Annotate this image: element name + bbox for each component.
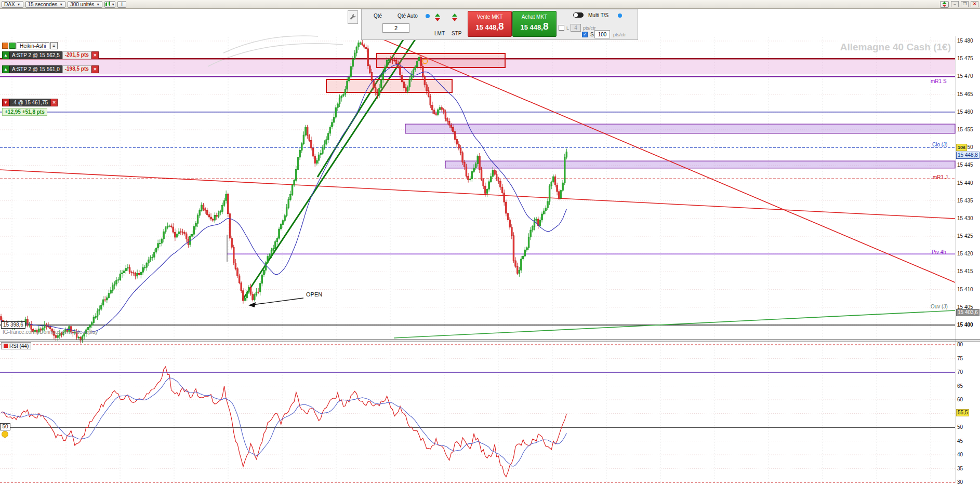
price-tick: 15 480 <box>957 38 973 44</box>
stop-points-input[interactable] <box>594 30 610 38</box>
rsi-tick: 70 <box>957 369 963 375</box>
stop-label: S <box>590 32 594 37</box>
rsi-tick: 75 <box>957 356 963 361</box>
indicator-color-icon <box>4 344 8 348</box>
rsi-tick: 40 <box>957 452 963 457</box>
price-tick: 15 430 <box>957 215 973 221</box>
chart-style-button[interactable]: Heikin-Ashi <box>17 42 49 49</box>
level-label-clo: Clo (J) <box>932 142 947 147</box>
limit-points-input[interactable] <box>571 24 581 32</box>
qty-auto-label[interactable]: Qté Auto <box>398 13 418 19</box>
price-axis[interactable]: 10s 15 448,8 15 403,6 55,5 15 48015 4751… <box>957 0 980 487</box>
last-price-chip: 15 448,8 <box>956 152 979 159</box>
limit-unit: pts/ctr <box>583 25 596 31</box>
multi-ts-label: Multi T/S <box>588 12 608 18</box>
price-tick: 15 455 <box>957 127 973 132</box>
chevron-down-icon: ▼ <box>17 3 21 6</box>
order-settings-button[interactable] <box>348 10 358 24</box>
multi-ts-toggle[interactable] <box>573 12 584 18</box>
rsi-value-chip: 55,5 <box>956 409 969 416</box>
price-tick: 15 465 <box>957 91 973 97</box>
chevron-down-icon: ▼ <box>96 3 100 6</box>
instrument-watermark: Allemagne 40 Cash (1€) <box>779 42 951 53</box>
position-arrow-icon: ▼ <box>2 99 9 106</box>
lmt-label[interactable]: LMT <box>434 31 445 36</box>
countdown-chip: 10s <box>956 144 967 151</box>
price-tick: 15 425 <box>957 233 973 239</box>
price-tick: 15 460 <box>957 109 973 115</box>
rsi-tick: 50 <box>957 424 963 430</box>
rsi-tick: 45 <box>957 438 963 444</box>
cancel-order-button[interactable]: ✕ <box>91 65 99 73</box>
units-select[interactable]: 300 unités▼ <box>68 1 102 8</box>
chart-color-icon[interactable] <box>9 43 16 49</box>
position-tag[interactable]: ▼ -4 @ 15 461,75 ✕ <box>2 99 58 106</box>
level-label-mr1j: mR1 J <box>933 174 948 180</box>
price-tick: 15 400 <box>957 322 973 328</box>
stop-checkbox[interactable] <box>582 32 588 37</box>
lmt-arrows-icon[interactable] <box>435 13 440 21</box>
open-annotation: OPEN <box>306 291 322 297</box>
timeframe-select[interactable]: 15 secondes▼ <box>25 1 66 8</box>
rsi-tick: 80 <box>957 342 963 347</box>
price-tick: 15 420 <box>957 251 973 256</box>
session-pnl: +12,95 +51,8 pts <box>2 108 47 116</box>
price-tick: 15 410 <box>957 287 973 292</box>
restore-button[interactable]: ❐ <box>961 1 969 7</box>
limit-checkbox[interactable] <box>559 25 564 31</box>
data-source-footer: IG-france.com | Données en mode replay <box>3 329 98 335</box>
candles <box>1 40 567 344</box>
buy-market-button[interactable]: Achat MKT 15 448,8 <box>512 11 557 37</box>
info-dot-icon[interactable] <box>618 13 622 18</box>
price-tick: 15 440 <box>957 180 973 186</box>
minimize-button[interactable]: – <box>951 1 959 7</box>
qty-input[interactable] <box>382 23 409 33</box>
stp-arrows-icon[interactable] <box>452 13 457 21</box>
cancel-order-button[interactable]: ✕ <box>91 51 99 59</box>
qty-label: Qté <box>374 13 382 19</box>
wrench-icon <box>350 13 356 21</box>
list-icon[interactable]: ≡ <box>50 42 58 49</box>
rsi-mid-level-box: 50 <box>0 423 10 430</box>
price-chart[interactable] <box>0 0 980 487</box>
close-button[interactable]: ✕ <box>971 1 978 7</box>
price-tick: 15 445 <box>957 162 973 168</box>
stp-label[interactable]: STP <box>452 31 461 36</box>
price-tick: 15 470 <box>957 73 973 79</box>
pending-order-tag[interactable]: ▲ A:STP 2 @ 15 562,5 -201,5 pts ✕ <box>2 51 99 59</box>
left-price-box: 15 398,6 <box>1 321 25 329</box>
symbol-select[interactable]: DAX▼ <box>2 1 23 8</box>
open-price-chip: 15 403,6 <box>956 309 979 316</box>
close-position-button[interactable]: ✕ <box>50 99 58 106</box>
price-tick: 15 415 <box>957 268 973 274</box>
indicator-icon[interactable] <box>2 43 8 49</box>
pending-order-tag[interactable]: ▲ A:STP 2 @ 15 561,0 -198,5 pts ✕ <box>2 65 99 73</box>
rsi-indicator-label[interactable]: RSI (44) <box>1 342 31 349</box>
rsi-tick: 30 <box>957 479 963 485</box>
level-label-piv: Piv 4h <box>932 249 946 255</box>
connection-status-icon[interactable] <box>940 1 949 8</box>
order-panel: Qté Qté Auto LMT STP Vente MKT 15 448,8 … <box>361 9 638 40</box>
up-down-arrows-icon <box>942 2 947 7</box>
chevron-down-icon: ▼ <box>59 3 63 6</box>
chart-style-row: Heikin-Ashi ≡ <box>2 42 58 49</box>
stop-unit: pts/ctr <box>613 32 626 37</box>
sell-market-button[interactable]: Vente MKT 15 448,8 <box>468 11 512 37</box>
chevron-down-icon: ▼ <box>111 3 115 6</box>
price-tick: 15 435 <box>957 198 973 204</box>
rsi-tick: 35 <box>957 466 963 471</box>
info-dot-icon[interactable] <box>426 14 430 18</box>
price-tick: 15 475 <box>957 56 973 61</box>
chart-type-button[interactable]: ▼ <box>104 1 115 8</box>
main-toolbar: DAX▼ 15 secondes▼ 300 unités▼ ▼ i – ❐ ✕ <box>0 0 980 9</box>
emoji-marker-icon[interactable] <box>2 431 8 438</box>
limit-label: L <box>566 25 569 31</box>
level-label-mr1s: mR1 S <box>931 78 947 84</box>
order-arrow-icon: ▲ <box>2 51 9 59</box>
order-arrow-icon: ▲ <box>2 65 9 73</box>
candlestick-icon <box>105 2 111 7</box>
info-button[interactable]: i <box>117 1 126 8</box>
buy-price: 15 448,8 <box>513 21 556 32</box>
rsi-tick: 60 <box>957 397 963 402</box>
level-label-ouv: Ouv (J) <box>931 304 948 309</box>
